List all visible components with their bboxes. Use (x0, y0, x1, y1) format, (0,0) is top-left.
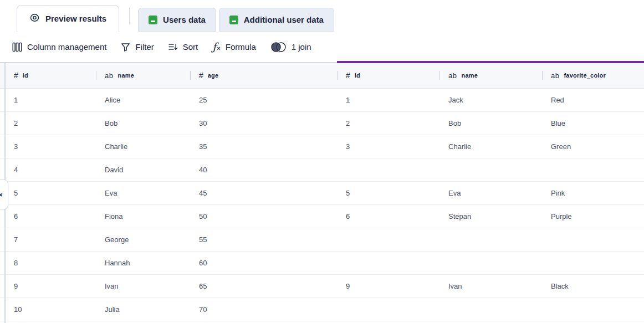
table-cell[interactable]: 9 (337, 275, 439, 298)
table-row: 10Julia70 (0, 298, 644, 321)
formula-icon: ƒ× (212, 42, 220, 52)
table-cell[interactable]: 10 (0, 298, 96, 321)
join-button[interactable]: 1 join (270, 42, 311, 53)
panel-collapse-handle[interactable]: × (0, 180, 8, 209)
join-icon (270, 42, 287, 53)
table-cell[interactable]: Julia (96, 298, 190, 321)
column-header-favorite_color[interactable]: abfavorite_color (542, 63, 644, 88)
table-cell[interactable]: Jack (439, 89, 542, 111)
table-cell[interactable]: Ivan (439, 275, 542, 298)
table-cell[interactable] (439, 298, 542, 321)
tab-users-data[interactable]: Users data (138, 8, 216, 32)
table-cell[interactable]: 50 (190, 205, 337, 228)
table-cell[interactable]: Red (542, 89, 644, 111)
tool-label: 1 join (292, 42, 311, 52)
column-label: age (208, 72, 219, 79)
text-type-icon: ab (448, 71, 457, 80)
table-cell[interactable] (439, 158, 542, 181)
column-header-name[interactable]: abname (96, 63, 190, 88)
tab-additional-user-data[interactable]: Additional user data (219, 8, 334, 32)
columns-icon (12, 42, 22, 52)
table-cell[interactable]: Charlie (439, 135, 542, 158)
table-cell[interactable]: Stepan (439, 205, 542, 228)
table-cell[interactable] (337, 158, 439, 181)
table-cell[interactable]: 9 (0, 275, 96, 298)
table-cell[interactable]: Purple (542, 205, 644, 228)
table-cell[interactable]: David (96, 158, 190, 181)
table-cell[interactable]: Hannah (96, 252, 190, 274)
spreadsheet-icon (229, 16, 238, 24)
spreadsheet-icon (149, 16, 157, 24)
table-cell[interactable]: George (96, 228, 190, 251)
table-cell[interactable]: 2 (337, 112, 439, 135)
table-cell[interactable]: 45 (190, 182, 337, 204)
column-header-id[interactable]: #id (337, 63, 439, 88)
table-cell[interactable]: 4 (0, 158, 96, 181)
text-type-icon: ab (551, 71, 559, 80)
table-cell[interactable]: Pink (542, 182, 644, 204)
column-header-age[interactable]: #age (190, 63, 337, 88)
table-cell[interactable] (439, 228, 542, 251)
column-label: name (461, 72, 478, 79)
table-cell[interactable] (542, 298, 644, 321)
column-label: id (23, 72, 28, 79)
column-header-name[interactable]: abname (439, 63, 542, 88)
filter-icon (121, 43, 130, 52)
table-cell[interactable]: 25 (190, 89, 337, 111)
table-cell[interactable]: 1 (337, 89, 439, 111)
table-cell[interactable]: 8 (0, 252, 96, 274)
table-row: 8Hannah60 (0, 252, 644, 275)
table-cell[interactable]: 7 (0, 228, 96, 251)
table-cell[interactable]: 40 (190, 158, 337, 181)
table-toolbar: Column management Filter Sort ƒ× (0, 32, 644, 63)
table-cell[interactable]: Bob (439, 112, 542, 135)
formula-button[interactable]: ƒ× Formula (212, 42, 256, 52)
table-cell[interactable]: Charlie (96, 135, 190, 158)
table-cell[interactable]: 35 (190, 135, 337, 158)
table-cell[interactable]: 6 (0, 205, 96, 228)
tab-preview-results[interactable]: Preview results (17, 5, 119, 32)
column-management-button[interactable]: Column management (12, 42, 106, 52)
table-cell[interactable] (439, 252, 542, 274)
close-icon: × (0, 191, 3, 199)
table-cell[interactable]: 6 (337, 205, 439, 228)
table-cell[interactable]: 55 (190, 228, 337, 251)
table-cell[interactable]: 1 (0, 89, 96, 111)
tool-label: Sort (183, 42, 198, 52)
table-cell[interactable]: Black (542, 275, 644, 298)
app-window: Preview results Users data Additional us… (0, 0, 644, 323)
table-cell[interactable]: Green (542, 135, 644, 158)
table-cell[interactable] (542, 228, 644, 251)
tool-label: Column management (27, 42, 106, 52)
table-cell[interactable]: Blue (542, 112, 644, 135)
table-cell[interactable]: 3 (0, 135, 96, 158)
table-cell[interactable]: 60 (190, 252, 337, 274)
table-cell[interactable]: 65 (190, 275, 337, 298)
table-cell[interactable] (337, 252, 439, 274)
table-cell[interactable]: Bob (96, 112, 190, 135)
table-cell[interactable]: Alice (96, 89, 190, 111)
table-cell[interactable] (542, 158, 644, 181)
column-label: name (117, 72, 134, 79)
tab-label: Preview results (45, 14, 106, 23)
table-row: 9Ivan659IvanBlack (0, 275, 644, 298)
table-cell[interactable]: 2 (0, 112, 96, 135)
column-label: id (355, 72, 360, 79)
table-cell[interactable]: Eva (439, 182, 542, 204)
table-body: 1Alice251JackRed2Bob302BobBlue3Charlie35… (0, 89, 644, 321)
table-cell[interactable]: Ivan (96, 275, 190, 298)
sort-button[interactable]: Sort (168, 42, 198, 52)
column-header-id[interactable]: #id (0, 63, 96, 88)
table-cell[interactable] (542, 252, 644, 274)
table-cell[interactable]: Fiona (96, 205, 190, 228)
table-cell[interactable] (337, 228, 439, 251)
filter-button[interactable]: Filter (121, 42, 154, 52)
table-cell[interactable]: 30 (190, 112, 337, 135)
table-cell[interactable]: 5 (0, 182, 96, 204)
table-cell[interactable]: 5 (337, 182, 439, 204)
text-type-icon: ab (105, 71, 113, 80)
table-cell[interactable]: 3 (337, 135, 439, 158)
table-cell[interactable] (337, 298, 439, 321)
table-cell[interactable]: 70 (190, 298, 337, 321)
table-cell[interactable]: Eva (96, 182, 190, 204)
